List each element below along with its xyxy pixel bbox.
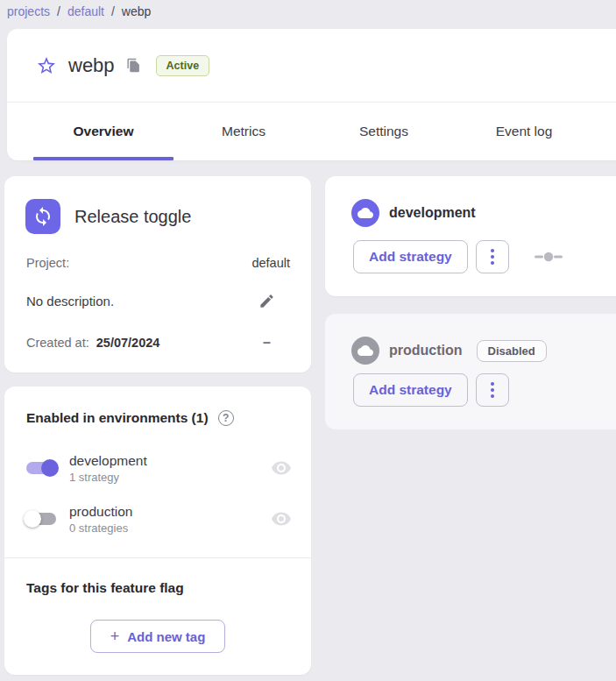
tab-metrics[interactable]: Metrics bbox=[173, 103, 314, 160]
environment-menu-button-production[interactable] bbox=[476, 373, 509, 407]
add-new-tag-label: Add new tag bbox=[127, 629, 205, 644]
tab-event-log[interactable]: Event log bbox=[454, 103, 594, 160]
created-value: 25/07/2024 bbox=[96, 336, 160, 350]
panel-environment-name: development bbox=[389, 205, 476, 221]
breadcrumb: projects / default / webp bbox=[7, 0, 151, 23]
environment-panel-production: production Disabled Add strategy bbox=[325, 314, 616, 429]
visibility-button-production[interactable] bbox=[271, 508, 292, 529]
cloud-environment-icon bbox=[351, 337, 379, 365]
environment-name: development bbox=[69, 453, 271, 469]
breadcrumb-separator: / bbox=[111, 4, 115, 18]
pencil-icon bbox=[258, 293, 275, 309]
project-value: default bbox=[251, 256, 290, 270]
visibility-button-development[interactable] bbox=[271, 458, 292, 479]
panel-environment-name: production bbox=[389, 343, 463, 358]
flag-header-card: webp Active Overview Metrics Settings Ev… bbox=[7, 29, 616, 160]
add-new-tag-button[interactable]: + Add new tag bbox=[90, 620, 225, 653]
kebab-icon bbox=[491, 382, 494, 386]
production-toggle[interactable] bbox=[24, 508, 59, 529]
environment-toggle-row-production: production 0 strategies bbox=[24, 499, 292, 539]
help-icon[interactable]: ? bbox=[218, 410, 234, 426]
release-toggle-icon bbox=[25, 199, 60, 234]
feature-flag-overview-page: projects / default / webp webp Active Ov… bbox=[0, 0, 616, 681]
environment-panel-development: development Add strategy bbox=[325, 176, 616, 296]
copy-name-icon[interactable] bbox=[126, 58, 141, 73]
collapse-dash: – bbox=[263, 335, 271, 351]
tab-overview[interactable]: Overview bbox=[33, 103, 173, 160]
divider bbox=[4, 557, 311, 558]
flag-details-card: Release toggle Project: default No descr… bbox=[4, 176, 311, 372]
environment-strategy-count: 0 strategies bbox=[69, 521, 271, 535]
plus-icon: + bbox=[110, 628, 120, 646]
cloud-environment-icon bbox=[351, 199, 379, 227]
breadcrumb-projects-link[interactable]: projects bbox=[7, 4, 50, 18]
tab-bar: Overview Metrics Settings Event log bbox=[7, 102, 616, 160]
commit-node-icon bbox=[535, 252, 563, 262]
development-toggle[interactable] bbox=[24, 458, 59, 479]
tags-title: Tags for this feature flag bbox=[26, 580, 184, 596]
created-row: Created at: 25/07/2024 – bbox=[26, 329, 290, 357]
kebab-icon bbox=[491, 249, 494, 252]
environment-strategy-count: 1 strategy bbox=[69, 471, 271, 484]
created-label: Created at: bbox=[26, 336, 89, 350]
breadcrumb-project-link[interactable]: default bbox=[67, 4, 104, 18]
environment-disabled-badge: Disabled bbox=[477, 340, 547, 362]
project-label: Project: bbox=[26, 256, 69, 270]
breadcrumb-current: webp bbox=[122, 4, 151, 18]
flag-title-row: webp Active bbox=[7, 29, 616, 102]
eye-icon bbox=[271, 458, 292, 479]
environment-name: production bbox=[69, 504, 271, 520]
add-strategy-button-production[interactable]: Add strategy bbox=[353, 373, 468, 407]
environments-card: Enabled in environments (1) ? developmen… bbox=[4, 387, 311, 675]
environment-menu-button-development[interactable] bbox=[476, 240, 509, 273]
flag-title: webp bbox=[68, 54, 115, 77]
edit-description-button[interactable] bbox=[251, 286, 281, 316]
eye-icon bbox=[271, 508, 292, 529]
active-tab-indicator bbox=[33, 157, 173, 160]
environments-title: Enabled in environments (1) bbox=[26, 410, 209, 426]
project-row: Project: default bbox=[26, 256, 290, 270]
tab-settings[interactable]: Settings bbox=[314, 103, 454, 160]
favorite-star-icon[interactable] bbox=[36, 55, 57, 76]
description-row: No description. bbox=[26, 285, 290, 316]
status-badge: Active bbox=[156, 55, 210, 76]
add-strategy-button-development[interactable]: Add strategy bbox=[353, 240, 468, 273]
environment-toggle-row-development: development 1 strategy bbox=[24, 448, 292, 488]
flag-type-label: Release toggle bbox=[74, 207, 191, 227]
description-text: No description. bbox=[26, 294, 114, 309]
breadcrumb-separator: / bbox=[57, 4, 60, 18]
